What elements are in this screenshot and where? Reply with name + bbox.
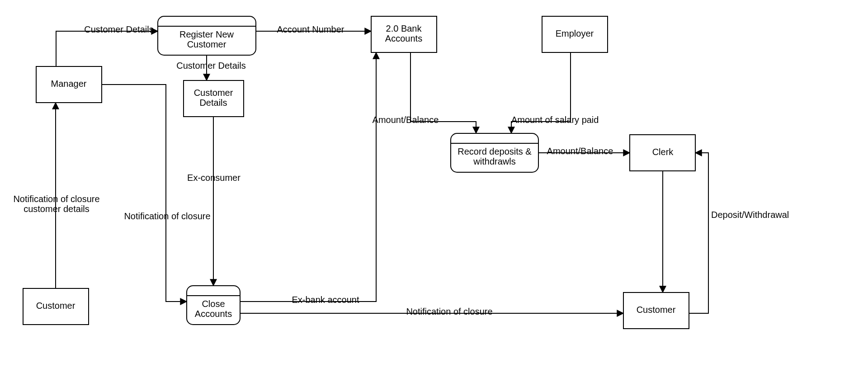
node-close-accounts: Close Accounts [187,286,240,325]
edge-label-notif-closure-details-1: Notification of closure [13,194,99,204]
label-custdetails-line1: Customer [194,88,233,98]
label-close-line1: Close [202,299,225,309]
edge-employer-to-record: Amount of salary paid [511,52,599,133]
edge-label-customer-details-1: Customer Details [84,24,153,34]
edge-label-amount-balance-2: Amount/Balance [547,146,613,156]
edge-label-deposit-withdrawal: Deposit/Withdrawal [711,210,789,220]
label-customer-left: Customer [36,301,75,311]
edge-register-to-custdetails: Customer Details [176,55,245,80]
label-record-line2: withdrawls [473,156,515,166]
node-register-new-customer: Register New Customer [158,16,256,55]
node-customer-details: Customer Details [184,80,244,117]
edge-register-to-bank: Account Number [256,24,371,34]
edge-custdetails-to-close: Ex-consumer [187,117,241,286]
edge-customer-to-clerk: Deposit/Withdrawal [689,153,789,313]
node-customer-left: Customer [23,288,89,325]
edge-label-notif-closure-details-2: customer details [24,204,90,214]
node-record-deposits: Record deposits & withdrawls [451,133,538,172]
node-manager: Manager [36,66,102,103]
edge-close-to-bank: Ex-bank account [240,52,376,305]
edge-label-ex-bank-account: Ex-bank account [292,295,359,305]
edge-label-notif-closure-2: Notification of closure [406,307,492,316]
edge-label-ex-consumer: Ex-consumer [187,173,241,183]
edge-label-customer-details-2: Customer Details [176,61,245,71]
label-custdetails-line2: Details [199,98,227,108]
label-record-line1: Record deposits & [458,146,532,156]
edge-customer-to-manager: Notification of closure customer details [13,103,99,288]
edge-label-notif-closure-1: Notification of closure [124,211,210,221]
node-employer: Employer [542,16,608,52]
label-customer-right: Customer [637,305,676,315]
label-employer: Employer [556,28,594,38]
label-manager: Manager [51,79,87,89]
edge-manager-to-register: Customer Details [56,24,158,66]
node-bank-accounts: 2.0 Bank Accounts [371,16,437,52]
edge-close-to-customer: Notification of closure [240,307,623,316]
label-register-line2: Customer [187,39,226,49]
label-register-line1: Register New [179,29,234,39]
edge-label-amount-salary: Amount of salary paid [511,115,599,125]
edge-label-account-number: Account Number [277,24,344,34]
label-bank-line1: 2.0 Bank [386,24,422,33]
node-customer-right: Customer [623,292,689,329]
edge-bank-to-record: Amount/Balance [373,52,476,133]
label-bank-line2: Accounts [385,33,422,43]
label-close-line2: Accounts [195,309,232,319]
edge-record-to-clerk: Amount/Balance [538,146,630,156]
edge-label-amount-balance-1: Amount/Balance [373,115,439,125]
node-clerk: Clerk [630,135,695,171]
dataflow-diagram: Manager Customer Register New Customer C… [0,0,868,382]
label-clerk: Clerk [652,147,674,157]
